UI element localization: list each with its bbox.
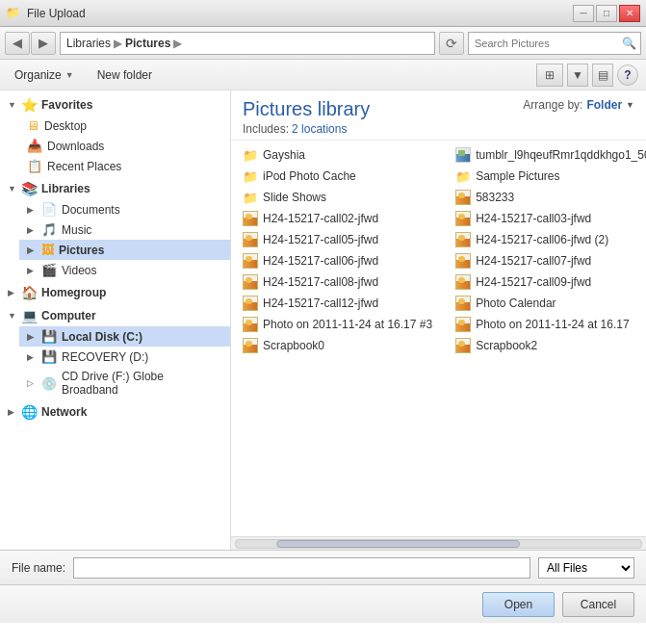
scrollbar-thumb[interactable]	[276, 540, 520, 548]
file-name: 583233	[476, 191, 514, 204]
sidebar-group-homegroup[interactable]: ▶ 🏠 Homegroup	[0, 282, 230, 303]
file-item[interactable]: H24-15217-call07-jfwd	[444, 250, 646, 271]
forward-button[interactable]: ▶	[31, 32, 56, 55]
computer-toggle-icon: ▼	[8, 311, 17, 321]
sidebar-item-pictures[interactable]: ▶ 🖼 Pictures	[19, 240, 230, 260]
sidebar-item-music[interactable]: ▶ 🎵 Music	[19, 219, 230, 240]
sidebar-section-homegroup: ▶ 🏠 Homegroup	[0, 282, 230, 303]
sidebar-group-favorites[interactable]: ▼ ⭐ Favorites	[0, 94, 230, 116]
file-name: H24-15217-call05-jfwd	[263, 233, 378, 246]
sidebar-item-documents[interactable]: ▶ 📄 Documents	[19, 199, 230, 219]
search-input[interactable]	[469, 38, 622, 49]
desktop-icon: 🖥	[27, 118, 39, 133]
file-item[interactable]: Scrapbook2	[444, 335, 646, 356]
view-options-button[interactable]: ⊞	[536, 64, 563, 87]
search-box[interactable]: 🔍	[468, 32, 641, 55]
file-item[interactable]: tumblr_l9hqeufRmr1qddkhgo1_50	[444, 144, 646, 166]
file-item[interactable]: Photo on 2011-11-24 at 16.17	[444, 314, 646, 335]
file-item[interactable]: Photo Calendar	[444, 293, 646, 314]
file-name: Slide Shows	[263, 191, 326, 204]
bottom-bar: File name: All Files Image Files Text Fi…	[0, 550, 646, 584]
computer-items: ▶ 💾 Local Disk (C:) ▶ 💾 RECOVERY (D:) ▷ …	[0, 326, 230, 399]
file-name: Scrapbook2	[476, 339, 537, 352]
sidebar-item-recovery[interactable]: ▶ 💾 RECOVERY (D:)	[19, 347, 230, 367]
file-item[interactable]: H24-15217-call03-jfwd	[444, 208, 646, 229]
nav-buttons: ◀ ▶	[5, 32, 56, 55]
image-icon	[455, 296, 471, 311]
sidebar-item-cd-drive[interactable]: ▷ 💿 CD Drive (F:) Globe Broadband	[19, 367, 230, 399]
file-item[interactable]: 📁Slide Shows	[231, 187, 444, 208]
videos-toggle-icon: ▶	[27, 266, 37, 275]
file-item[interactable]: H24-15217-call06-jfwd	[231, 250, 444, 271]
pictures-toggle-icon: ▶	[27, 245, 37, 255]
documents-icon: 📄	[41, 202, 57, 217]
folder-icon: 📁	[455, 169, 471, 184]
file-name: H24-15217-call12-jfwd	[263, 296, 378, 310]
filename-input[interactable]	[73, 557, 530, 579]
minimize-button[interactable]: ─	[573, 5, 594, 22]
sidebar-group-libraries[interactable]: ▼ 📚 Libraries	[0, 178, 230, 199]
file-name: Scrapbook0	[263, 339, 324, 352]
image-icon	[243, 211, 258, 226]
folder-icon: 📁	[243, 191, 258, 205]
favorites-icon: ⭐	[21, 97, 38, 113]
sidebar-section-libraries: ▼ 📚 Libraries ▶ 📄 Documents ▶ 🎵 Music ▶ …	[0, 178, 230, 280]
sidebar-item-desktop[interactable]: 🖥 Desktop	[19, 116, 230, 136]
file-item[interactable]: H24-15217-call08-jfwd	[231, 271, 444, 293]
scrollbar-track[interactable]	[235, 539, 642, 549]
filetype-select[interactable]: All Files Image Files Text Files	[538, 557, 634, 579]
close-button[interactable]: ✕	[619, 5, 640, 22]
includes-count[interactable]: 2 locations	[292, 122, 347, 136]
cd-drive-icon: 💿	[41, 376, 57, 391]
sidebar-group-computer[interactable]: ▼ 💻 Computer	[0, 305, 230, 326]
file-item[interactable]: H24-15217-call02-jfwd	[231, 208, 444, 229]
pictures-icon: 🖼	[41, 243, 54, 257]
includes-label: Includes:	[243, 122, 289, 136]
sidebar-item-downloads[interactable]: 📥 Downloads	[19, 136, 230, 156]
path-bar[interactable]: Libraries ▶ Pictures ▶	[60, 32, 435, 55]
refresh-button[interactable]: ⟳	[439, 32, 464, 55]
file-name: H24-15217-call03-jfwd	[476, 212, 591, 225]
file-item[interactable]: Scrapbook0	[231, 335, 444, 356]
recent-places-label: Recent Places	[47, 160, 121, 173]
network-label: Network	[41, 405, 87, 419]
path-arrow-1: ▶	[114, 37, 122, 50]
music-label: Music	[62, 223, 91, 237]
maximize-button[interactable]: □	[596, 5, 617, 22]
new-folder-button[interactable]: New folder	[90, 64, 159, 86]
help-button[interactable]: ?	[617, 64, 638, 86]
sidebar-item-local-disk[interactable]: ▶ 💾 Local Disk (C:)	[19, 326, 230, 347]
view-dropdown-button[interactable]: ▼	[567, 64, 588, 87]
library-info: Pictures library Includes: 2 locations	[243, 98, 370, 136]
homegroup-label: Homegroup	[41, 286, 106, 299]
pane-button[interactable]: ▤	[592, 64, 613, 87]
image-icon	[455, 274, 471, 290]
file-item[interactable]: 📁iPod Photo Cache	[231, 166, 444, 187]
open-button[interactable]: Open	[482, 592, 555, 617]
network-icon: 🌐	[21, 404, 38, 420]
back-button[interactable]: ◀	[5, 32, 30, 55]
cancel-button[interactable]: Cancel	[562, 592, 634, 617]
sidebar-group-network[interactable]: ▶ 🌐 Network	[0, 401, 230, 423]
file-item[interactable]: Photo on 2011-11-24 at 16.17 #3	[231, 314, 444, 335]
sidebar-item-videos[interactable]: ▶ 🎬 Videos	[19, 260, 230, 280]
sidebar-item-recent-places[interactable]: 📋 Recent Places	[19, 156, 230, 176]
horizontal-scrollbar[interactable]	[231, 536, 646, 550]
toolbar-right: ⊞ ▼ ▤ ?	[536, 64, 638, 87]
file-item[interactable]: 📁Sample Pictures	[444, 166, 646, 187]
file-name: H24-15217-call06-jfwd (2)	[476, 233, 608, 246]
file-item[interactable]: H24-15217-call05-jfwd	[231, 229, 444, 250]
arrange-by[interactable]: Arrange by: Folder ▼	[523, 98, 634, 112]
file-name: H24-15217-call08-jfwd	[263, 275, 378, 289]
file-item[interactable]: H24-15217-call09-jfwd	[444, 271, 646, 293]
file-item[interactable]: 583233	[444, 187, 646, 208]
local-disk-label: Local Disk (C:)	[62, 330, 142, 344]
file-name: H24-15217-call02-jfwd	[263, 212, 378, 225]
file-item[interactable]: 📁Gayshia	[231, 144, 444, 166]
file-item[interactable]: H24-15217-call12-jfwd	[231, 293, 444, 314]
folder-icon: 📁	[243, 169, 258, 184]
organize-button[interactable]: Organize ▼	[8, 64, 81, 86]
homegroup-toggle-icon: ▶	[8, 288, 17, 297]
file-item[interactable]: H24-15217-call06-jfwd (2)	[444, 229, 646, 250]
path-arrow-2: ▶	[173, 37, 182, 50]
